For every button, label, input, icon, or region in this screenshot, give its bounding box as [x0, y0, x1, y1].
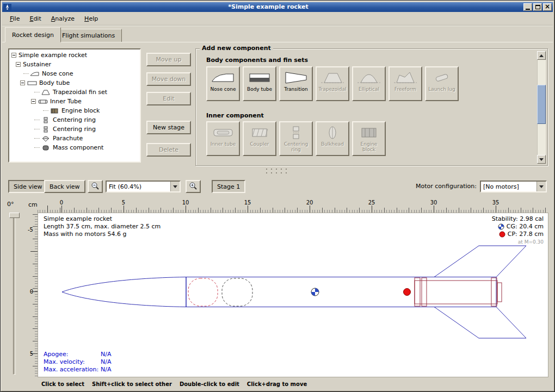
- tree-item-label: Inner Tube: [50, 98, 82, 105]
- add-transition-button[interactable]: Transition: [279, 66, 313, 101]
- stage-1-toggle[interactable]: Stage 1: [212, 180, 245, 193]
- zoom-level-value: Fit (60.4%): [107, 183, 170, 190]
- trapezoidal-fin-icon: [320, 69, 345, 86]
- tab-rocket-design[interactable]: Rocket design: [5, 27, 61, 42]
- tree-item-label: Trapezoidal fin set: [53, 89, 107, 96]
- cp-marker: [404, 289, 411, 296]
- add-elliptical-fin-button[interactable]: Elliptical: [352, 66, 386, 101]
- minimize-button[interactable]: [523, 3, 532, 11]
- add-body-tube-button[interactable]: Body tube: [243, 66, 276, 101]
- cg-icon: [498, 223, 504, 230]
- collapse-icon[interactable]: [20, 80, 25, 85]
- tree-item-label: Nose cone: [42, 70, 73, 77]
- add-freeform-fin-button[interactable]: Freeform: [388, 66, 422, 101]
- edit-button[interactable]: Edit: [146, 92, 191, 105]
- add-launch-lug-button[interactable]: Launch lug: [425, 66, 459, 101]
- titlebar[interactable]: *Simple example rocket ×: [2, 2, 553, 12]
- lower-fin-outline: [434, 307, 526, 339]
- scroll-down-button[interactable]: [537, 155, 546, 164]
- tree-item-parachute[interactable]: Parachute: [9, 134, 140, 143]
- delete-button[interactable]: Delete: [146, 143, 191, 157]
- splitter-handle[interactable]: [266, 169, 290, 170]
- maximize-button[interactable]: [533, 3, 542, 11]
- add-trapezoidal-fin-button[interactable]: Trapezoidal: [316, 66, 349, 101]
- button-label: Nose cone: [210, 86, 236, 92]
- tree-item-centering-ring-2[interactable]: Centering ring: [9, 125, 140, 134]
- tree-item-label: Simple example rocket: [18, 52, 87, 59]
- menu-file[interactable]: File: [5, 14, 24, 24]
- collapse-icon[interactable]: [31, 99, 36, 104]
- apogee-row: Apogee:N/A: [44, 351, 111, 358]
- button-label: Inner tube: [211, 141, 236, 147]
- mass-component-outline: [222, 278, 252, 306]
- component-panel-scrollbar[interactable]: [537, 51, 546, 164]
- tree-item-nose-cone[interactable]: Nose cone: [9, 69, 140, 78]
- combobox-dropdown-button[interactable]: [170, 182, 180, 191]
- scrollbar-thumb[interactable]: [537, 85, 546, 124]
- tree-item-engine-block[interactable]: Engine block: [9, 106, 140, 115]
- scroll-up-button[interactable]: [537, 51, 546, 60]
- rocket-figure-canvas[interactable]: Simple example rocket Length 37.5 cm, ma…: [38, 213, 548, 377]
- zoom-out-button[interactable]: [88, 180, 103, 193]
- move-down-button[interactable]: Move down: [146, 72, 191, 86]
- tree-item-sustainer[interactable]: Sustainer: [9, 60, 140, 69]
- tree-item-label: Engine block: [61, 107, 100, 114]
- move-up-button[interactable]: Move up: [146, 53, 191, 66]
- parachute-icon: [41, 135, 51, 142]
- add-centering-ring-button[interactable]: Centering ring: [279, 121, 313, 156]
- window-icon[interactable]: [3, 4, 11, 11]
- button-label: Launch lug: [428, 86, 455, 92]
- max-acceleration-value: N/A: [101, 366, 111, 373]
- tree-item-fin-set[interactable]: Trapezoidal fin set: [9, 88, 140, 97]
- rotation-slider-thumb[interactable]: [9, 213, 20, 218]
- tree-item-inner-tube[interactable]: Inner Tube: [9, 97, 140, 106]
- add-nose-cone-button[interactable]: Nose cone: [206, 66, 240, 101]
- chevron-down-icon: [173, 185, 177, 190]
- zoom-level-combobox[interactable]: Fit (60.4%): [106, 181, 181, 192]
- menu-help[interactable]: Help: [80, 14, 102, 24]
- hint-click-select: Click to select: [41, 381, 84, 387]
- add-bulkhead-button[interactable]: Bulkhead: [316, 121, 349, 156]
- add-engine-block-button[interactable]: Engine block: [352, 121, 386, 156]
- tree-connector: [34, 147, 40, 148]
- bulkhead-icon: [320, 124, 345, 141]
- collapse-icon[interactable]: [16, 62, 21, 67]
- side-view-button[interactable]: Side view: [8, 180, 48, 193]
- combobox-dropdown-button[interactable]: [536, 182, 546, 191]
- tabbar: Rocket design Flight simulations: [2, 27, 553, 42]
- component-tree[interactable]: Simple example rocket Sustainer Nose con…: [8, 48, 141, 163]
- close-button[interactable]: ×: [543, 3, 552, 11]
- body-tube-icon: [27, 80, 37, 86]
- tree-item-label: Centering ring: [53, 116, 96, 123]
- button-label: Engine block: [354, 141, 384, 152]
- back-view-button[interactable]: Back view: [44, 180, 85, 193]
- tree-connector: [34, 129, 40, 129]
- menu-edit[interactable]: Edit: [25, 14, 45, 24]
- add-inner-tube-button[interactable]: Inner tube: [206, 121, 240, 156]
- zoom-in-button[interactable]: [186, 180, 201, 193]
- motor-configuration-combobox[interactable]: [No motors]: [480, 181, 547, 192]
- body-components-label: Body components and fin sets: [206, 57, 308, 64]
- add-coupler-button[interactable]: Coupler: [243, 121, 276, 156]
- tree-item-body-tube[interactable]: Body tube: [9, 78, 140, 88]
- cg-row: CG: 20.4 cm: [492, 223, 544, 231]
- ruler-major-ticks: [30, 213, 38, 377]
- new-stage-button[interactable]: New stage: [146, 121, 191, 134]
- menu-analyze[interactable]: Analyze: [47, 14, 79, 24]
- menubar: File Edit Analyze Help: [2, 12, 553, 26]
- tab-flight-simulations[interactable]: Flight simulations: [55, 29, 122, 42]
- tree-item-rocket[interactable]: Simple example rocket: [9, 51, 140, 60]
- engine-block-icon: [356, 124, 381, 141]
- button-label: Centering ring: [281, 141, 311, 152]
- group-title: Add new component: [200, 45, 273, 52]
- centering-ring-icon: [41, 117, 51, 123]
- collapse-icon[interactable]: [11, 53, 16, 58]
- tree-item-centering-ring-1[interactable]: Centering ring: [9, 115, 140, 125]
- splitter-handle[interactable]: [266, 172, 290, 173]
- mach-row: at M=0.30: [492, 238, 544, 246]
- close-icon: ×: [545, 4, 550, 9]
- upper-fin-outline: [434, 246, 526, 277]
- tree-item-mass-component[interactable]: Mass component: [9, 143, 140, 152]
- inner-assembly-outline: [415, 278, 502, 306]
- rotation-slider-track[interactable]: [13, 214, 16, 375]
